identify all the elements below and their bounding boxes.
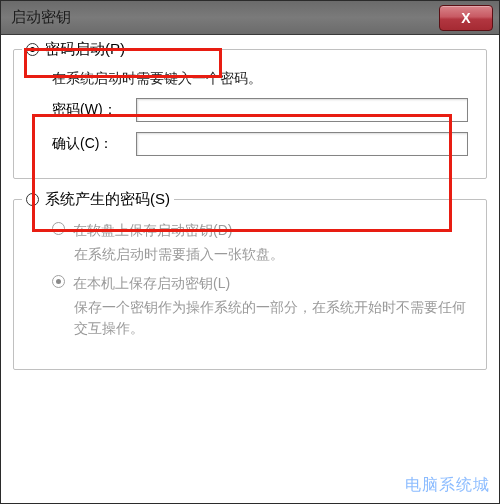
close-button[interactable]: X [439,5,493,31]
window-title: 启动密钥 [1,8,71,27]
system-password-label: 系统产生的密码(S) [45,190,170,209]
password-startup-desc: 在系统启动时需要键入一个密码。 [52,70,468,88]
password-label: 密码(W)： [52,101,136,119]
option-floppy-label: 在软盘上保存启动密钥(D) [73,222,232,240]
radio-system-password[interactable] [26,193,39,206]
close-icon: X [461,10,470,26]
option-local-label: 在本机上保存启动密钥(L) [73,275,230,293]
radio-floppy [52,222,65,235]
password-startup-legend[interactable]: 密码启动(P) [22,40,129,59]
password-startup-label: 密码启动(P) [45,40,125,59]
option-floppy: 在软盘上保存启动密钥(D) [52,222,468,240]
confirm-row: 确认(C)： [52,132,468,156]
option-local: 在本机上保存启动密钥(L) [52,275,468,293]
radio-local [52,275,65,288]
confirm-input[interactable] [136,132,468,156]
content-area: 密码启动(P) 在系统启动时需要键入一个密码。 密码(W)： 确认(C)： 系统… [1,35,499,370]
dialog-window: 启动密钥 X 密码启动(P) 在系统启动时需要键入一个密码。 密码(W)： 确认… [0,0,500,504]
titlebar: 启动密钥 X [1,1,499,35]
option-floppy-desc: 在系统启动时需要插入一张软盘。 [74,244,468,265]
watermark-text: 电脑系统城 [405,475,490,496]
system-password-legend[interactable]: 系统产生的密码(S) [22,190,174,209]
option-local-desc: 保存一个密钥作为操作系统的一部分，在系统开始时不需要任何交互操作。 [74,297,468,339]
password-row: 密码(W)： [52,98,468,122]
confirm-label: 确认(C)： [52,135,136,153]
password-input[interactable] [136,98,468,122]
system-password-group: 系统产生的密码(S) 在软盘上保存启动密钥(D) 在系统启动时需要插入一张软盘。… [13,199,487,370]
radio-password-startup[interactable] [26,43,39,56]
password-startup-group: 密码启动(P) 在系统启动时需要键入一个密码。 密码(W)： 确认(C)： [13,49,487,179]
